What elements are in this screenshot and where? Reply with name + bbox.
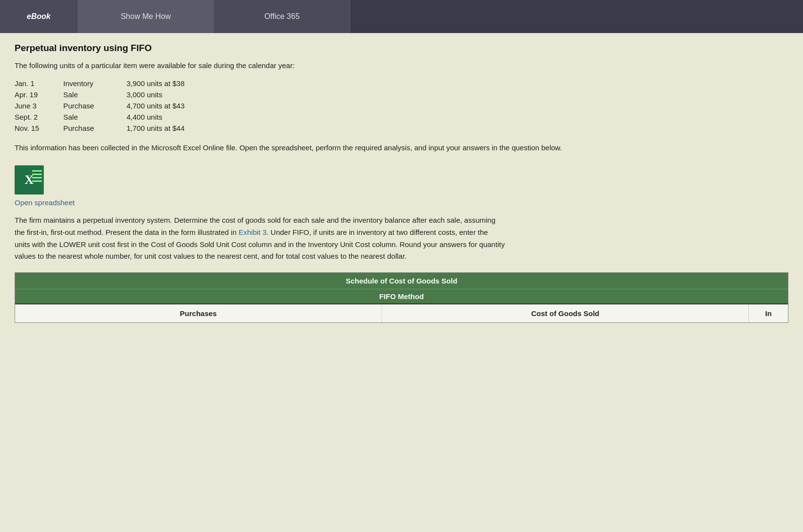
nav-spacer bbox=[350, 0, 803, 33]
inventory-row: Sept. 2 Sale 4,400 units bbox=[15, 113, 788, 121]
excel-area: X Open spreadsheet bbox=[15, 165, 788, 207]
col-cogs: Cost of Goods Sold bbox=[382, 304, 749, 322]
inv-type-3: Purchase bbox=[63, 102, 127, 110]
description-block: The firm maintains a perpetual inventory… bbox=[15, 214, 788, 263]
inv-detail-4: 4,400 units bbox=[127, 113, 273, 121]
col-purchases: Purchases bbox=[15, 304, 382, 322]
page-title: Perpetual inventory using FIFO bbox=[15, 43, 788, 53]
schedule-title: Schedule of Cost of Goods Sold bbox=[15, 273, 788, 289]
schedule-columns: Purchases Cost of Goods Sold In bbox=[15, 303, 788, 322]
inv-date-4: Sept. 2 bbox=[15, 113, 63, 121]
ebook-label: eBook bbox=[27, 12, 51, 21]
inv-detail-5: 1,700 units at $44 bbox=[127, 124, 273, 132]
desc-line2-pre: the first-in, first-out method. Present … bbox=[15, 228, 238, 236]
inv-date-2: Apr. 19 bbox=[15, 90, 63, 99]
inv-type-4: Sale bbox=[63, 113, 127, 121]
show-me-how-label: Show Me How bbox=[121, 12, 171, 21]
inventory-row: Apr. 19 Sale 3,000 units bbox=[15, 90, 788, 99]
info-text: This information has been collected in t… bbox=[15, 142, 784, 154]
nav-show-me-how[interactable]: Show Me How bbox=[78, 0, 214, 33]
inv-detail-1: 3,900 units at $38 bbox=[127, 79, 273, 88]
inv-detail-2: 3,000 units bbox=[127, 90, 273, 99]
inv-type-2: Sale bbox=[63, 90, 127, 99]
main-content: Perpetual inventory using FIFO The follo… bbox=[0, 33, 803, 333]
open-spreadsheet-link[interactable]: Open spreadsheet bbox=[15, 198, 74, 207]
desc-line2-post: . Under FIFO, if units are in inventory … bbox=[267, 228, 488, 236]
top-navigation: eBook Show Me How Office 365 bbox=[0, 0, 803, 33]
excel-lines bbox=[32, 170, 42, 182]
inventory-list: Jan. 1 Inventory 3,900 units at $38 Apr.… bbox=[15, 79, 788, 132]
inv-date-5: Nov. 15 bbox=[15, 124, 63, 132]
desc-line3: units with the LOWER unit cost first in … bbox=[15, 240, 505, 248]
intro-text: The following units of a particular item… bbox=[15, 61, 788, 70]
inventory-row: Nov. 15 Purchase 1,700 units at $44 bbox=[15, 124, 788, 132]
col-inventory: In bbox=[749, 304, 788, 322]
nav-office365[interactable]: Office 365 bbox=[214, 0, 350, 33]
exhibit-link[interactable]: Exhibit 3 bbox=[238, 228, 267, 236]
inventory-row: June 3 Purchase 4,700 units at $43 bbox=[15, 102, 788, 110]
inv-type-5: Purchase bbox=[63, 124, 127, 132]
desc-line1: The firm maintains a perpetual inventory… bbox=[15, 216, 495, 224]
schedule-table: Schedule of Cost of Goods Sold FIFO Meth… bbox=[15, 272, 788, 323]
nav-ebook[interactable]: eBook bbox=[0, 0, 78, 33]
inventory-row: Jan. 1 Inventory 3,900 units at $38 bbox=[15, 79, 788, 88]
schedule-method: FIFO Method bbox=[15, 289, 788, 303]
inv-type-1: Inventory bbox=[63, 79, 127, 88]
desc-line4: values to the nearest whole number, for … bbox=[15, 252, 406, 260]
inv-date-3: June 3 bbox=[15, 102, 63, 110]
office365-label: Office 365 bbox=[264, 12, 300, 21]
inv-date-1: Jan. 1 bbox=[15, 79, 63, 88]
excel-icon[interactable]: X bbox=[15, 165, 44, 195]
inv-detail-3: 4,700 units at $43 bbox=[127, 102, 273, 110]
